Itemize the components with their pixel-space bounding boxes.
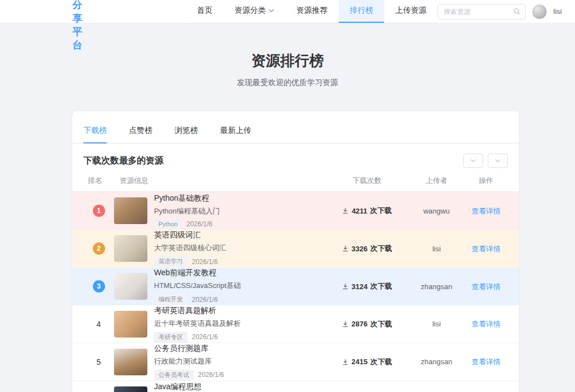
filter-controls: [463, 153, 508, 168]
category-tag: 英语学习: [154, 256, 187, 267]
rank-badge: 1: [93, 205, 105, 217]
uploader-name: wangwu: [409, 207, 464, 215]
resource-title: 英语四级词汇: [154, 230, 226, 240]
col-header-actions: 操作: [464, 176, 508, 186]
resource-title: 公务员行测题库: [154, 344, 224, 354]
filter-select-2[interactable]: [488, 153, 508, 168]
category-tag: 编程开发: [154, 294, 187, 305]
user-avatar[interactable]: [532, 4, 547, 19]
resource-title: Python基础教程: [154, 193, 220, 204]
rank-badge: 3: [93, 280, 105, 292]
category-tag: 公务员考试: [154, 370, 194, 380]
resource-description: 近十年考研英语真题及解析: [154, 319, 241, 329]
col-header-info: 资源信息: [114, 176, 325, 186]
download-count: 3124 次下载: [325, 281, 409, 291]
table-row: 6 Java编程思想 Java编程经典书籍 Java 2026/1/6 2156…: [72, 381, 519, 392]
resource-thumbnail: [114, 386, 147, 392]
upload-date: 2026/1/6: [192, 333, 218, 341]
chevron-down-icon: [495, 159, 500, 162]
chevron-down-icon: [269, 9, 274, 12]
chevron-down-icon: [470, 159, 476, 162]
nav-item-upload[interactable]: 上传资源: [384, 0, 438, 23]
nav-item-home[interactable]: 首页: [186, 0, 224, 23]
tab-views[interactable]: 浏览榜: [175, 121, 198, 143]
download-icon: [342, 245, 349, 252]
resource-title: Web前端开发教程: [154, 268, 241, 278]
table-row: 5 公务员行测题库 行政能力测试题库 公务员考试 2026/1/6 2415 次…: [72, 343, 519, 381]
rank-badge: 2: [93, 242, 105, 255]
table-row: 3 Web前端开发教程 HTML/CSS/JavaScript基础 编程开发 2…: [72, 267, 519, 305]
tab-likes[interactable]: 点赞榜: [129, 121, 152, 143]
view-details-link[interactable]: 查看详情: [472, 358, 500, 366]
category-tag: Python: [154, 220, 182, 229]
download-icon: [342, 207, 349, 214]
tab-downloads[interactable]: 下载榜: [83, 121, 107, 143]
view-details-link[interactable]: 查看详情: [472, 320, 500, 328]
section-title: 下载次数最多的资源: [83, 155, 163, 167]
download-count: 4211 次下载: [325, 206, 409, 216]
col-header-downloads: 下载次数: [325, 176, 409, 186]
resource-title: 考研英语真题解析: [154, 306, 241, 316]
search-input[interactable]: [444, 8, 513, 16]
category-tag: 考研专区: [154, 332, 187, 343]
top-navbar: 文件分享平台 首页 资源分类 资源推荐 排行榜 上传资源 lisi: [0, 0, 575, 23]
resource-description: HTML/CSS/JavaScript基础: [154, 281, 241, 291]
ranking-tabs: 下载榜 点赞榜 浏览榜 最新上传: [72, 121, 519, 143]
search-icon[interactable]: [513, 8, 521, 15]
ranking-card: 下载榜 点赞榜 浏览榜 最新上传 下载次数最多的资源 排名 资源信息 下载次数 …: [72, 111, 519, 392]
download-count: 2415 次下载: [325, 357, 409, 367]
resource-thumbnail: [114, 235, 147, 262]
resource-thumbnail: [114, 349, 147, 375]
upload-date: 2026/1/6: [192, 296, 218, 304]
upload-date: 2026/1/6: [192, 258, 218, 266]
resource-thumbnail: [114, 311, 147, 338]
resource-thumbnail: [114, 197, 147, 224]
rank-number: 4: [97, 320, 101, 329]
download-icon: [342, 283, 349, 290]
page-subtitle: 发现最受欢迎的优质学习资源: [0, 78, 575, 88]
table-row: 4 考研英语真题解析 近十年考研英语真题及解析 考研专区 2026/1/6 28…: [72, 305, 519, 343]
search-box: [438, 4, 526, 19]
upload-date: 2026/1/6: [186, 220, 212, 228]
username: lisi: [553, 7, 562, 16]
uploader-name: zhangsan: [409, 282, 464, 291]
uploader-name: zhangsan: [409, 358, 464, 366]
table-header: 排名 资源信息 下载次数 上传者 操作: [72, 176, 519, 192]
nav-item-categories[interactable]: 资源分类: [224, 0, 285, 23]
rank-number: 5: [97, 358, 101, 366]
nav-item-ranking[interactable]: 排行榜: [339, 0, 384, 23]
brand-logo[interactable]: 文件分享平台: [72, 0, 83, 52]
hero-section: 资源排行榜 发现最受欢迎的优质学习资源: [0, 23, 575, 88]
tab-latest[interactable]: 最新上传: [220, 121, 251, 143]
col-header-rank: 排名: [83, 176, 114, 186]
view-details-link[interactable]: 查看详情: [472, 282, 500, 291]
main-nav: 首页 资源分类 资源推荐 排行榜 上传资源: [186, 0, 438, 23]
view-details-link[interactable]: 查看详情: [472, 245, 500, 253]
uploader-name: lisi: [409, 245, 464, 253]
resource-title: Java编程思想: [154, 382, 212, 392]
section-header: 下载次数最多的资源: [72, 143, 519, 176]
download-icon: [342, 321, 349, 328]
filter-select-1[interactable]: [463, 153, 483, 168]
uploader-name: lisi: [409, 320, 464, 328]
download-icon: [342, 359, 349, 365]
navbar-right: lisi: [438, 4, 562, 19]
resource-thumbnail: [114, 273, 147, 300]
table-row: 1 Python基础教程 Python编程基础入门 Python 2026/1/…: [72, 192, 519, 230]
nav-item-recommend[interactable]: 资源推荐: [285, 0, 339, 23]
upload-date: 2026/1/6: [198, 371, 224, 379]
col-header-uploader: 上传者: [409, 176, 464, 186]
view-details-link[interactable]: 查看详情: [472, 207, 500, 215]
download-count: 2876 次下载: [325, 319, 409, 329]
resource-description: 行政能力测试题库: [154, 356, 224, 366]
page-title: 资源排行榜: [0, 51, 575, 71]
download-count: 3326 次下载: [325, 244, 409, 254]
resource-description: 大学英语四级核心词汇: [154, 243, 226, 253]
table-row: 2 英语四级词汇 大学英语四级核心词汇 英语学习 2026/1/6 3326 次…: [72, 230, 519, 267]
resource-description: Python编程基础入门: [154, 206, 220, 216]
